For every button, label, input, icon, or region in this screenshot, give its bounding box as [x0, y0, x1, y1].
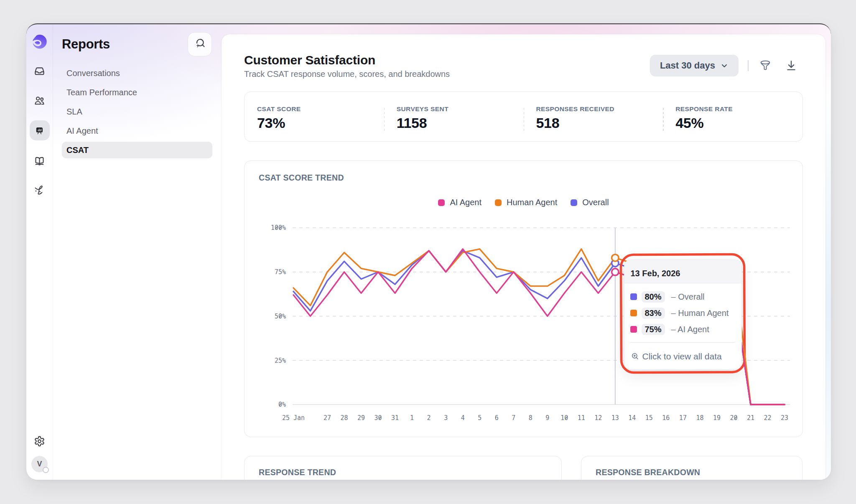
rail-item-inbox[interactable] — [30, 61, 50, 81]
sidebar-item-sla[interactable]: SLA — [62, 102, 212, 121]
stat-value: 518 — [536, 115, 663, 131]
presentation-chart-icon — [34, 125, 45, 136]
avatar-initial: V — [37, 460, 42, 468]
book-open-icon — [34, 155, 45, 166]
gear-icon[interactable] — [34, 435, 45, 447]
search-spark-icon — [194, 38, 206, 51]
csat-trend-card: CSAT SCORE TREND AI Agent Human Agent Ov… — [244, 160, 803, 437]
stats-card: CSAT SCORE 73%SURVEYS SENT 1158RESPONSES… — [244, 92, 803, 142]
search-button[interactable] — [188, 32, 212, 56]
stat-value: 1158 — [397, 115, 524, 131]
rail-nav — [30, 61, 50, 209]
app-logo-icon[interactable] — [33, 34, 47, 49]
rail-item-book-open[interactable] — [30, 150, 50, 170]
stat-label: RESPONSE RATE — [675, 105, 802, 113]
filter-button[interactable] — [759, 59, 772, 72]
app-window: V Reports ConversationsTeam PerformanceS… — [26, 23, 831, 480]
inbox-icon — [34, 66, 45, 77]
users-icon — [34, 95, 45, 107]
page-title: Customer Satisfaction — [244, 53, 450, 67]
main-panel: Customer Satisfaction Track CSAT respons… — [222, 34, 825, 480]
sidebar-item-csat[interactable]: CSAT — [62, 142, 212, 158]
chevron-down-icon — [715, 61, 729, 70]
date-range-label: Last 30 days — [660, 60, 715, 71]
controls-divider — [748, 60, 749, 71]
stat-value: 45% — [675, 115, 802, 131]
response-breakdown-title: RESPONSE BREAKDOWN — [596, 468, 802, 477]
icon-rail: V — [26, 24, 53, 480]
presence-indicator — [43, 467, 49, 473]
sidebar-title: Reports — [62, 37, 110, 52]
sidebar: Reports ConversationsTeam PerformanceSLA… — [53, 24, 222, 480]
stat-label: SURVEYS SENT — [397, 105, 524, 113]
stat-label: CSAT SCORE — [257, 105, 384, 113]
response-trend-card: RESPONSE TREND — [244, 456, 562, 480]
rail-item-users[interactable] — [30, 91, 50, 111]
date-range-button[interactable]: Last 30 days — [650, 55, 739, 76]
page-subtitle: Track CSAT response volume, scores, and … — [244, 69, 450, 79]
response-trend-title: RESPONSE TREND — [259, 468, 561, 477]
rail-footer: V — [31, 435, 48, 480]
stat-csat-score: CSAT SCORE 73% — [245, 92, 384, 141]
sidebar-item-ai-agent[interactable]: AI Agent — [62, 121, 212, 140]
stat-response-rate: RESPONSE RATE 45% — [663, 92, 802, 141]
rail-item-script-flourish[interactable] — [30, 180, 50, 200]
download-icon — [785, 59, 797, 72]
sidebar-item-team-performance[interactable]: Team Performance — [62, 83, 212, 102]
stat-surveys-sent: SURVEYS SENT 1158 — [384, 92, 524, 141]
stat-label: RESPONSES RECEIVED — [536, 105, 663, 113]
download-button[interactable] — [785, 59, 798, 72]
stat-value: 73% — [257, 115, 384, 131]
stat-responses-received: RESPONSES RECEIVED 518 — [524, 92, 663, 141]
rail-item-presentation-chart[interactable] — [30, 120, 50, 140]
sidebar-menu: ConversationsTeam PerformanceSLAAI Agent… — [53, 64, 222, 158]
script-flourish-icon — [34, 184, 45, 196]
avatar[interactable]: V — [31, 456, 48, 472]
sidebar-item-conversations[interactable]: Conversations — [62, 64, 212, 83]
funnel-icon — [759, 59, 772, 72]
response-breakdown-card: RESPONSE BREAKDOWN — [581, 456, 802, 480]
